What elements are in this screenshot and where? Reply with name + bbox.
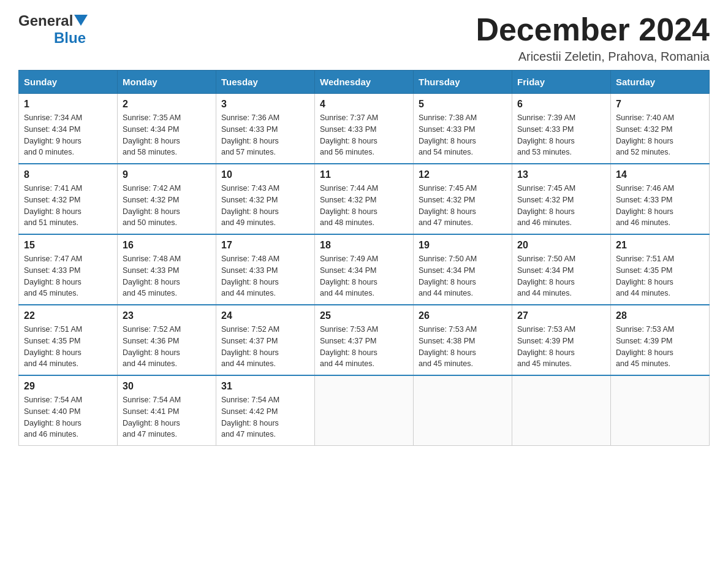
calendar-cell [414, 375, 512, 446]
day-info: Sunrise: 7:52 AMSunset: 4:36 PMDaylight:… [123, 324, 211, 370]
day-info: Sunrise: 7:54 AMSunset: 4:40 PMDaylight:… [24, 394, 112, 440]
calendar-cell: 10Sunrise: 7:43 AMSunset: 4:32 PMDayligh… [216, 164, 315, 234]
day-number: 4 [320, 99, 408, 110]
day-info: Sunrise: 7:45 AMSunset: 4:32 PMDaylight:… [517, 183, 605, 229]
day-info: Sunrise: 7:39 AMSunset: 4:33 PMDaylight:… [517, 112, 605, 158]
day-number: 24 [221, 310, 309, 321]
svg-marker-0 [74, 15, 88, 26]
calendar-cell: 5Sunrise: 7:38 AMSunset: 4:33 PMDaylight… [414, 94, 512, 164]
title-block: December 2024 Aricestii Zeletin, Prahova… [476, 12, 710, 64]
day-number: 13 [517, 169, 605, 180]
day-info: Sunrise: 7:41 AMSunset: 4:32 PMDaylight:… [24, 183, 112, 229]
day-number: 8 [24, 169, 112, 180]
day-number: 9 [123, 169, 211, 180]
day-number: 29 [24, 381, 112, 392]
calendar-week-row: 8Sunrise: 7:41 AMSunset: 4:32 PMDaylight… [19, 164, 710, 234]
day-number: 26 [419, 310, 507, 321]
calendar-cell: 4Sunrise: 7:37 AMSunset: 4:33 PMDaylight… [315, 94, 414, 164]
day-number: 5 [419, 99, 507, 110]
col-monday: Monday [118, 71, 216, 94]
day-info: Sunrise: 7:53 AMSunset: 4:38 PMDaylight:… [419, 324, 507, 370]
col-friday: Friday [512, 71, 611, 94]
calendar-cell [611, 375, 710, 446]
calendar-cell: 13Sunrise: 7:45 AMSunset: 4:32 PMDayligh… [512, 164, 611, 234]
calendar-cell: 27Sunrise: 7:53 AMSunset: 4:39 PMDayligh… [512, 305, 611, 375]
day-number: 18 [320, 240, 408, 251]
day-info: Sunrise: 7:38 AMSunset: 4:33 PMDaylight:… [419, 112, 507, 158]
day-number: 30 [123, 381, 211, 392]
calendar-cell: 3Sunrise: 7:36 AMSunset: 4:33 PMDaylight… [216, 94, 315, 164]
day-info: Sunrise: 7:47 AMSunset: 4:33 PMDaylight:… [24, 253, 112, 299]
calendar-cell: 15Sunrise: 7:47 AMSunset: 4:33 PMDayligh… [19, 234, 118, 305]
calendar-cell: 9Sunrise: 7:42 AMSunset: 4:32 PMDaylight… [118, 164, 216, 234]
day-info: Sunrise: 7:51 AMSunset: 4:35 PMDaylight:… [616, 253, 704, 299]
day-info: Sunrise: 7:36 AMSunset: 4:33 PMDaylight:… [221, 112, 309, 158]
calendar-cell: 18Sunrise: 7:49 AMSunset: 4:34 PMDayligh… [315, 234, 414, 305]
day-number: 31 [221, 381, 309, 392]
day-info: Sunrise: 7:53 AMSunset: 4:37 PMDaylight:… [320, 324, 408, 370]
calendar-cell: 20Sunrise: 7:50 AMSunset: 4:34 PMDayligh… [512, 234, 611, 305]
page-header: General Blue December 2024 Aricestii Zel… [18, 12, 710, 64]
calendar-cell [315, 375, 414, 446]
calendar-cell: 7Sunrise: 7:40 AMSunset: 4:32 PMDaylight… [611, 94, 710, 164]
calendar-week-row: 22Sunrise: 7:51 AMSunset: 4:35 PMDayligh… [19, 305, 710, 375]
day-number: 23 [123, 310, 211, 321]
month-title: December 2024 [476, 12, 710, 47]
calendar-cell: 14Sunrise: 7:46 AMSunset: 4:33 PMDayligh… [611, 164, 710, 234]
day-number: 27 [517, 310, 605, 321]
calendar-week-row: 29Sunrise: 7:54 AMSunset: 4:40 PMDayligh… [19, 375, 710, 446]
calendar-cell: 2Sunrise: 7:35 AMSunset: 4:34 PMDaylight… [118, 94, 216, 164]
day-info: Sunrise: 7:43 AMSunset: 4:32 PMDaylight:… [221, 183, 309, 229]
calendar-cell: 24Sunrise: 7:52 AMSunset: 4:37 PMDayligh… [216, 305, 315, 375]
col-tuesday: Tuesday [216, 71, 315, 94]
day-info: Sunrise: 7:37 AMSunset: 4:33 PMDaylight:… [320, 112, 408, 158]
day-number: 3 [221, 99, 309, 110]
day-info: Sunrise: 7:34 AMSunset: 4:34 PMDaylight:… [24, 112, 112, 158]
day-info: Sunrise: 7:46 AMSunset: 4:33 PMDaylight:… [616, 183, 704, 229]
calendar-cell: 16Sunrise: 7:48 AMSunset: 4:33 PMDayligh… [118, 234, 216, 305]
location-title: Aricestii Zeletin, Prahova, Romania [476, 50, 710, 64]
day-number: 17 [221, 240, 309, 251]
calendar-table: Sunday Monday Tuesday Wednesday Thursday… [18, 70, 710, 446]
day-number: 25 [320, 310, 408, 321]
day-info: Sunrise: 7:49 AMSunset: 4:34 PMDaylight:… [320, 253, 408, 299]
calendar-cell [512, 375, 611, 446]
day-number: 20 [517, 240, 605, 251]
day-number: 10 [221, 169, 309, 180]
day-info: Sunrise: 7:50 AMSunset: 4:34 PMDaylight:… [419, 253, 507, 299]
calendar-header-row: Sunday Monday Tuesday Wednesday Thursday… [19, 71, 710, 94]
day-info: Sunrise: 7:52 AMSunset: 4:37 PMDaylight:… [221, 324, 309, 370]
day-info: Sunrise: 7:45 AMSunset: 4:32 PMDaylight:… [419, 183, 507, 229]
day-number: 28 [616, 310, 704, 321]
logo-triangle-icon [74, 15, 88, 28]
logo: General Blue [18, 12, 88, 47]
day-info: Sunrise: 7:53 AMSunset: 4:39 PMDaylight:… [517, 324, 605, 370]
day-info: Sunrise: 7:40 AMSunset: 4:32 PMDaylight:… [616, 112, 704, 158]
day-info: Sunrise: 7:50 AMSunset: 4:34 PMDaylight:… [517, 253, 605, 299]
calendar-cell: 22Sunrise: 7:51 AMSunset: 4:35 PMDayligh… [19, 305, 118, 375]
calendar-cell: 21Sunrise: 7:51 AMSunset: 4:35 PMDayligh… [611, 234, 710, 305]
day-info: Sunrise: 7:54 AMSunset: 4:42 PMDaylight:… [221, 394, 309, 440]
calendar-cell: 26Sunrise: 7:53 AMSunset: 4:38 PMDayligh… [414, 305, 512, 375]
calendar-cell: 29Sunrise: 7:54 AMSunset: 4:40 PMDayligh… [19, 375, 118, 446]
calendar-cell: 19Sunrise: 7:50 AMSunset: 4:34 PMDayligh… [414, 234, 512, 305]
calendar-cell: 6Sunrise: 7:39 AMSunset: 4:33 PMDaylight… [512, 94, 611, 164]
day-info: Sunrise: 7:44 AMSunset: 4:32 PMDaylight:… [320, 183, 408, 229]
calendar-cell: 17Sunrise: 7:48 AMSunset: 4:33 PMDayligh… [216, 234, 315, 305]
day-number: 15 [24, 240, 112, 251]
calendar-cell: 1Sunrise: 7:34 AMSunset: 4:34 PMDaylight… [19, 94, 118, 164]
day-number: 14 [616, 169, 704, 180]
day-number: 12 [419, 169, 507, 180]
col-wednesday: Wednesday [315, 71, 414, 94]
day-info: Sunrise: 7:48 AMSunset: 4:33 PMDaylight:… [221, 253, 309, 299]
calendar-cell: 31Sunrise: 7:54 AMSunset: 4:42 PMDayligh… [216, 375, 315, 446]
calendar-week-row: 15Sunrise: 7:47 AMSunset: 4:33 PMDayligh… [19, 234, 710, 305]
day-number: 2 [123, 99, 211, 110]
day-number: 21 [616, 240, 704, 251]
calendar-cell: 30Sunrise: 7:54 AMSunset: 4:41 PMDayligh… [118, 375, 216, 446]
calendar-cell: 8Sunrise: 7:41 AMSunset: 4:32 PMDaylight… [19, 164, 118, 234]
calendar-cell: 11Sunrise: 7:44 AMSunset: 4:32 PMDayligh… [315, 164, 414, 234]
calendar-cell: 25Sunrise: 7:53 AMSunset: 4:37 PMDayligh… [315, 305, 414, 375]
day-info: Sunrise: 7:42 AMSunset: 4:32 PMDaylight:… [123, 183, 211, 229]
day-number: 11 [320, 169, 408, 180]
